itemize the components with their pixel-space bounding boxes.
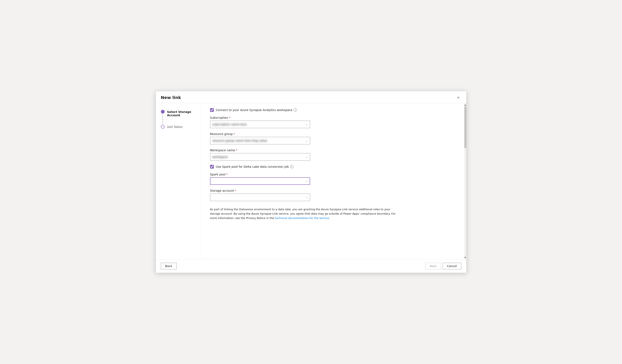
workspace-name-dropdown[interactable]: workspace ⌄	[210, 153, 310, 161]
step-2-connector	[161, 125, 165, 129]
resource-group-required: *	[233, 132, 235, 136]
subscription-label: Subscription *	[210, 116, 456, 119]
sidebar: Select Storage Account Add Tables	[156, 103, 202, 259]
resource-group-dropdown[interactable]: resource group name here long value ⌄	[210, 137, 310, 144]
scrollbar-thumb[interactable]	[464, 106, 466, 148]
close-button[interactable]: ×	[455, 95, 461, 100]
back-button[interactable]: Back	[161, 263, 177, 269]
notice-text: As part of linking the Dataverse environ…	[210, 207, 398, 220]
step-1-row: Select Storage Account	[161, 110, 196, 125]
step-2-circle	[161, 125, 165, 129]
storage-account-label: Storage account *	[210, 189, 456, 192]
scroll-down-arrow[interactable]: ▼	[464, 256, 466, 259]
step-1-label: Select Storage Account	[167, 110, 196, 117]
footer-left: Back	[161, 263, 177, 269]
next-button[interactable]: Next	[425, 263, 441, 269]
spark-pool-label: Spark pool *	[210, 173, 456, 176]
spark-pool-checkbox-label: Use Spark pool for Delta Lake data conve…	[216, 165, 293, 168]
synapse-checkbox-label: Connect to your Azure Synapse Analytics …	[216, 108, 297, 112]
synapse-info-icon[interactable]: i	[294, 108, 297, 112]
spark-pool-field: Spark pool * ⌄	[210, 173, 456, 185]
subscription-required: *	[229, 116, 231, 119]
resource-group-chevron-icon: ⌄	[306, 139, 308, 142]
workspace-name-chevron-icon: ⌄	[306, 155, 308, 158]
storage-account-chevron-icon: ⌄	[306, 196, 308, 199]
scrollbar-track: ▲ ▼	[464, 103, 466, 259]
step-1-connector	[161, 110, 165, 125]
step-connector-line	[162, 114, 163, 124]
spark-pool-checkbox-row: Use Spark pool for Delta Lake data conve…	[210, 165, 456, 169]
spark-pool-required: *	[226, 173, 228, 176]
main-content: Connect to your Azure Synapse Analytics …	[202, 103, 464, 259]
new-link-dialog: New link × Select Storage Account	[156, 91, 466, 273]
cancel-button[interactable]: Cancel	[443, 263, 461, 269]
spark-pool-dropdown[interactable]: ⌄	[210, 177, 310, 185]
synapse-checkbox-row: Connect to your Azure Synapse Analytics …	[210, 108, 456, 112]
storage-account-dropdown[interactable]: ⌄	[210, 193, 310, 201]
subscription-field: Subscription * subscription name here ⌄	[210, 116, 456, 128]
dialog-body: Select Storage Account Add Tables Connec…	[156, 103, 466, 259]
subscription-value: subscription name here	[212, 123, 306, 126]
step-2-row: Add Tables	[161, 125, 196, 129]
scroll-up-arrow[interactable]: ▲	[464, 103, 466, 106]
subscription-chevron-icon: ⌄	[306, 123, 308, 126]
step-2-label: Add Tables	[167, 125, 183, 129]
step-1-circle	[161, 110, 165, 114]
workspace-name-field: Workspace name * workspace ⌄	[210, 149, 456, 161]
dialog-title: New link	[161, 95, 181, 100]
footer-right: Next Cancel	[425, 263, 461, 269]
storage-account-field: Storage account * ⌄	[210, 189, 456, 201]
workspace-name-value: workspace	[212, 155, 306, 159]
storage-account-required: *	[235, 189, 236, 192]
workspace-name-required: *	[236, 149, 237, 152]
spark-pool-chevron-icon: ⌄	[305, 180, 307, 183]
spark-pool-checkbox[interactable]	[210, 165, 214, 169]
spark-pool-info-icon[interactable]: i	[290, 165, 293, 168]
resource-group-field: Resource group * resource group name her…	[210, 132, 456, 144]
resource-group-label: Resource group *	[210, 132, 456, 136]
dialog-header: New link ×	[156, 91, 466, 103]
subscription-dropdown[interactable]: subscription name here ⌄	[210, 121, 310, 128]
synapse-checkbox[interactable]	[210, 108, 214, 112]
dialog-footer: Back Next Cancel	[156, 259, 466, 273]
notice-link[interactable]: technical documentation for the service.	[275, 216, 330, 220]
workspace-name-label: Workspace name *	[210, 149, 456, 152]
resource-group-value: resource group name here long value	[212, 139, 306, 142]
